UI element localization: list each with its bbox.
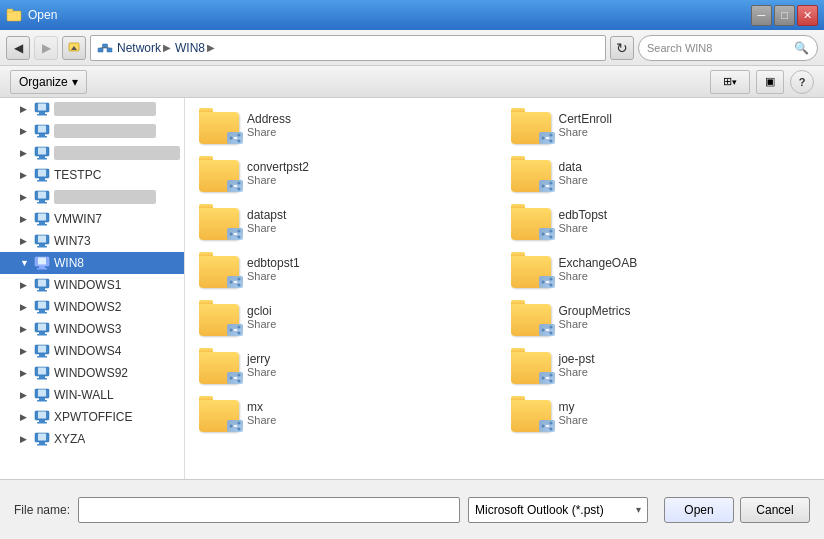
organize-button[interactable]: Organize ▾: [10, 70, 87, 94]
sidebar-item-item2[interactable]: ▶ ████████████: [0, 120, 184, 142]
nav-toggle-icon[interactable]: ▶: [20, 434, 30, 444]
folder-info: datapst Share: [247, 208, 286, 234]
file-type-dropdown[interactable]: Microsoft Outlook (*.pst) ▾: [468, 497, 648, 523]
sidebar-item-win-wall[interactable]: ▶ WIN-WALL: [0, 384, 184, 406]
svg-rect-31: [38, 192, 46, 199]
svg-rect-68: [37, 356, 47, 358]
folder-info: Address Share: [247, 112, 291, 138]
open-button[interactable]: Open: [664, 497, 734, 523]
svg-rect-0: [7, 11, 21, 21]
close-button[interactable]: ✕: [797, 5, 818, 26]
list-item[interactable]: data Share: [505, 150, 817, 196]
list-item[interactable]: datapst Share: [193, 198, 505, 244]
organize-arrow-icon: ▾: [72, 75, 78, 89]
list-item[interactable]: CertEnroll Share: [505, 102, 817, 148]
up-button[interactable]: [62, 36, 86, 60]
list-item[interactable]: convertpst2 Share: [193, 150, 505, 196]
svg-point-95: [549, 134, 552, 137]
list-item[interactable]: edbtopst1 Share: [193, 246, 505, 292]
sidebar-item-vmwin7[interactable]: ▶ VMWIN7: [0, 208, 184, 230]
nav-toggle-icon[interactable]: ▶: [20, 390, 30, 400]
sidebar-item-windows1[interactable]: ▶ WINDOWS1: [0, 274, 184, 296]
nav-toggle-icon[interactable]: ▶: [20, 170, 30, 180]
nav-toggle-icon[interactable]: ▶: [20, 148, 30, 158]
computer-icon: [34, 299, 50, 315]
list-item[interactable]: gcloi Share: [193, 294, 505, 340]
search-icon[interactable]: 🔍: [794, 41, 809, 55]
nav-item-label: WINDOWS3: [54, 322, 121, 336]
folder-info: ExchangeOAB Share: [559, 256, 638, 282]
nav-toggle-icon[interactable]: ▶: [20, 324, 30, 334]
list-item[interactable]: Address Share: [193, 102, 505, 148]
list-item[interactable]: joe-pst Share: [505, 342, 817, 388]
nav-toggle-icon[interactable]: ▶: [20, 302, 30, 312]
svg-line-8: [105, 47, 110, 48]
sidebar-item-windows4[interactable]: ▶ WINDOWS4: [0, 340, 184, 362]
nav-toggle-icon[interactable]: ▶: [20, 214, 30, 224]
computer-icon: [34, 387, 50, 403]
svg-point-111: [238, 236, 241, 239]
sidebar-item-testpc[interactable]: ▶ TESTPC: [0, 164, 184, 186]
refresh-button[interactable]: ↻: [610, 36, 634, 60]
search-box[interactable]: Search WIN8 🔍: [638, 35, 818, 61]
nav-toggle-icon[interactable]: ▶: [20, 236, 30, 246]
nav-toggle-icon[interactable]: ▶: [20, 126, 30, 136]
nav-toggle-icon[interactable]: ▶: [20, 280, 30, 290]
folder-icon: [199, 202, 241, 240]
back-button[interactable]: ◀: [6, 36, 30, 60]
minimize-button[interactable]: ─: [751, 5, 772, 26]
main-area: ▶ ████████████▶ ████████████▶ ██████████…: [0, 98, 824, 479]
list-item[interactable]: my Share: [505, 390, 817, 436]
svg-point-131: [238, 332, 241, 335]
path-arrow-1: ▶: [163, 42, 171, 53]
nav-toggle-icon[interactable]: ▶: [20, 346, 30, 356]
list-item[interactable]: mx Share: [193, 390, 505, 436]
folder-icon: [511, 394, 553, 432]
svg-rect-12: [39, 112, 45, 114]
preview-pane-button[interactable]: ▣: [756, 70, 784, 94]
cancel-button[interactable]: Cancel: [740, 497, 810, 523]
maximize-button[interactable]: □: [774, 5, 795, 26]
folder-name: joe-pst: [559, 352, 595, 366]
folder-info: CertEnroll Share: [559, 112, 612, 138]
path-network[interactable]: Network ▶: [117, 41, 171, 55]
file-name-input[interactable]: [78, 497, 460, 523]
svg-point-154: [541, 425, 544, 428]
folder-info: jerry Share: [247, 352, 276, 378]
file-type-dropdown-arrow-icon: ▾: [636, 504, 641, 515]
sidebar-item-windows2[interactable]: ▶ WINDOWS2: [0, 296, 184, 318]
navigation-pane: ▶ ████████████▶ ████████████▶ ██████████…: [0, 98, 185, 479]
list-item[interactable]: GroupMetrics Share: [505, 294, 817, 340]
sidebar-item-windows92[interactable]: ▶ WINDOWS92: [0, 362, 184, 384]
nav-toggle-icon[interactable]: ▶: [20, 104, 30, 114]
address-path[interactable]: Network ▶ WIN8 ▶: [90, 35, 606, 61]
path-win8[interactable]: WIN8 ▶: [175, 41, 215, 55]
sidebar-item-xyza[interactable]: ▶ XYZA: [0, 428, 184, 450]
folder-icon: [511, 106, 553, 144]
folder-info: mx Share: [247, 400, 276, 426]
sidebar-item-win73[interactable]: ▶ WIN73: [0, 230, 184, 252]
svg-line-103: [233, 187, 238, 189]
sidebar-item-item3[interactable]: ▶ ████████████████: [0, 142, 184, 164]
sidebar-item-item1[interactable]: ▶ ████████████: [0, 98, 184, 120]
forward-button[interactable]: ▶: [34, 36, 58, 60]
computer-icon: [34, 101, 50, 117]
sidebar-item-xpwtoffice[interactable]: ▶ XPWTOFFICE: [0, 406, 184, 428]
nav-toggle-icon[interactable]: ▶: [20, 368, 30, 378]
list-item[interactable]: jerry Share: [193, 342, 505, 388]
help-button[interactable]: ?: [790, 70, 814, 94]
svg-point-119: [230, 281, 233, 284]
sidebar-item-item5[interactable]: ▶ ████████████: [0, 186, 184, 208]
sidebar-item-windows3[interactable]: ▶ WINDOWS3: [0, 318, 184, 340]
svg-point-116: [549, 236, 552, 239]
list-item[interactable]: edbTopst Share: [505, 198, 817, 244]
nav-toggle-icon[interactable]: ▶: [20, 192, 30, 202]
bottom-bar: File name: Microsoft Outlook (*.pst) ▾ O…: [0, 479, 824, 539]
list-item[interactable]: ExchangeOAB Share: [505, 246, 817, 292]
nav-toggle-icon[interactable]: ▶: [20, 412, 30, 422]
nav-toggle-icon[interactable]: ▼: [20, 258, 30, 268]
svg-point-150: [238, 422, 241, 425]
svg-point-94: [541, 137, 544, 140]
sidebar-item-win8[interactable]: ▼ WIN8: [0, 252, 184, 274]
change-view-button[interactable]: ⊞ ▾: [710, 70, 750, 94]
